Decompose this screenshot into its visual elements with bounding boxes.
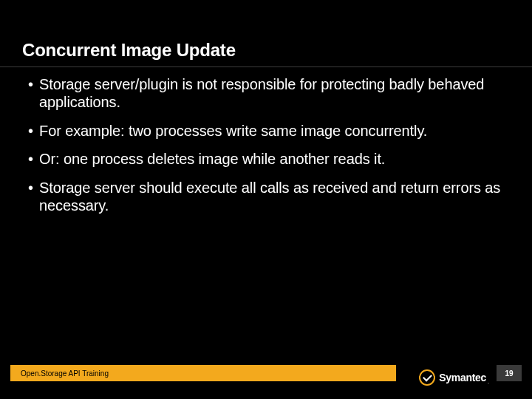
bullet-text: Or: one process deletes image while anot… xyxy=(39,150,385,168)
bullet-item: • Or: one process deletes image while an… xyxy=(28,150,510,168)
bullet-dot-icon: • xyxy=(28,179,39,197)
bullet-dot-icon: • xyxy=(28,75,39,93)
bullet-text: Storage server should execute all calls … xyxy=(39,179,510,215)
bullet-dot-icon: • xyxy=(28,150,39,168)
bullet-text: Storage server/plugin is not responsible… xyxy=(39,75,510,112)
brand-name: Symantec xyxy=(439,372,486,383)
bullet-dot-icon: • xyxy=(28,122,39,140)
page-number: 19 xyxy=(505,369,513,378)
brand-tm: . xyxy=(488,379,489,384)
bullet-item: • Storage server should execute all call… xyxy=(28,179,510,215)
bullet-item: • For example: two processes write same … xyxy=(28,122,510,140)
slide-title: Concurrent Image Update xyxy=(22,40,510,61)
page-number-box: 19 xyxy=(497,365,522,381)
bullet-item: • Storage server/plugin is not responsib… xyxy=(28,75,510,112)
footer-label: Open.Storage API Training xyxy=(21,369,109,378)
slide-content: • Storage server/plugin is not responsib… xyxy=(28,75,510,225)
checkmark-icon xyxy=(423,372,432,381)
title-area: Concurrent Image Update xyxy=(22,40,510,61)
brand-logo: Symantec . xyxy=(419,369,489,386)
check-circle-icon xyxy=(419,369,435,386)
title-divider xyxy=(0,66,532,67)
bullet-text: For example: two processes write same im… xyxy=(39,122,427,140)
footer-bar: Open.Storage API Training xyxy=(10,365,396,381)
